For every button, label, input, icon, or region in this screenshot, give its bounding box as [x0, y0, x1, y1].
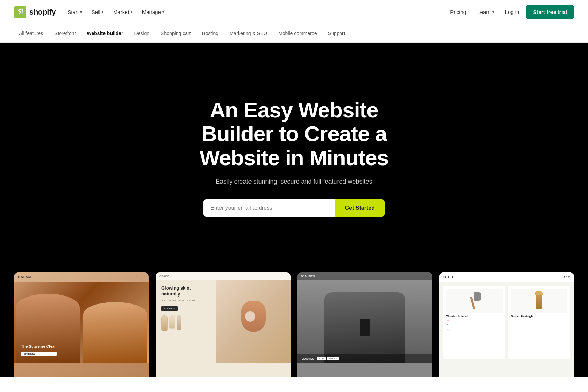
nav-item-sell[interactable]: Sell ▾: [87, 6, 108, 18]
hero-cta-group: Get Started: [203, 199, 385, 217]
subnav-all-features[interactable]: All features: [14, 29, 48, 38]
skin-content-left: Glowing skin, naturally Shop our most tr…: [156, 280, 216, 363]
hatchet-price: $6: [446, 323, 503, 326]
bag-shape: [360, 319, 370, 336]
fashion-image: [297, 280, 432, 363]
fashion-women-button[interactable]: WOMEN: [327, 357, 340, 360]
fashion-body: BEAUTIES MEN WOMEN: [297, 280, 432, 363]
clr-product-flashlight: Golden flashlight: [508, 286, 570, 359]
logo-link[interactable]: shopify: [14, 6, 56, 18]
hatchet-shape: [467, 292, 481, 310]
shopify-logo-icon: [14, 6, 26, 18]
clr-nav-links: A B C: [564, 276, 570, 278]
nav-left-group: shopify Start ▾ Sell ▾ Market ▾ Manage ▾: [14, 6, 168, 18]
subnav-support[interactable]: Support: [323, 29, 350, 38]
subnav-shopping-cart[interactable]: Shopping cart: [156, 29, 195, 38]
manage-chevron-icon: ▾: [162, 10, 164, 14]
email-input[interactable]: [203, 199, 335, 217]
product-bottle-2: [169, 315, 175, 329]
nav-menu-items: Start ▾ Sell ▾ Market ▾ Manage ▾: [63, 6, 168, 18]
flashlight-image: [511, 289, 567, 313]
showcase-card-darma: DARMA · · · · The Supreme Clean get it n…: [14, 272, 149, 377]
darma-header: DARMA · · · ·: [14, 272, 149, 282]
subnav-hosting[interactable]: Hosting: [197, 29, 223, 38]
face-placeholder: [238, 301, 269, 343]
hatchet-price-old: $10: [446, 319, 503, 322]
skin-face-image: [216, 280, 291, 363]
skin-body: Glowing skin, naturally Shop our most tr…: [156, 280, 291, 363]
subnav-design[interactable]: Design: [130, 29, 155, 38]
subnav-storefront[interactable]: Storefront: [49, 29, 80, 38]
darma-nav-dots: · · · ·: [136, 275, 145, 279]
skin-shop-button[interactable]: Shop now: [161, 306, 178, 311]
top-navigation: shopify Start ▾ Sell ▾ Market ▾ Manage ▾…: [0, 0, 588, 24]
darma-body: The Supreme Clean get it now: [14, 282, 149, 363]
nav-pricing-link[interactable]: Pricing: [446, 6, 470, 18]
fashion-men-button[interactable]: MEN: [317, 357, 325, 360]
clr-brand-label: C·L·R: [443, 275, 455, 279]
skin-nav-links: · · ·: [283, 275, 287, 278]
hatchet-head: [474, 292, 481, 301]
skin-brand-label: GRACE: [159, 275, 169, 278]
flashlight-shape: [536, 293, 542, 309]
clr-product-hatchet: Wooden hatchet $10 $6 ☺: [443, 286, 505, 359]
skin-header: GRACE · · ·: [156, 272, 291, 280]
logo-text: shopify: [29, 8, 56, 17]
skin-products: [161, 315, 211, 331]
nav-item-start[interactable]: Start ▾: [63, 6, 86, 18]
get-started-button[interactable]: Get Started: [335, 199, 385, 217]
nav-right-group: Pricing Learn ▾ Log in Start free trial: [446, 5, 574, 19]
market-chevron-icon: ▾: [131, 10, 132, 14]
subnav-mobile-commerce[interactable]: Mobile commerce: [273, 29, 322, 38]
hero-section: An Easy Website Builder to Create a Webs…: [0, 43, 588, 259]
fashion-brand-label: BEAUTIES: [301, 275, 315, 278]
rating-icon: ☺: [446, 328, 503, 332]
darma-tagline: The Supreme Clean: [21, 344, 57, 349]
fashion-label: BEAUTIES: [302, 358, 314, 360]
hatchet-name: Wooden hatchet: [446, 315, 503, 318]
skin-subtitle: Shop our most trusted formulas: [161, 299, 211, 302]
start-free-trial-button[interactable]: Start free trial: [526, 5, 574, 19]
subnav-marketing-seo[interactable]: Marketing & SEO: [225, 29, 272, 38]
darma-cta-button[interactable]: get it now: [21, 352, 57, 356]
fashion-bottom-bar: BEAUTIES MEN WOMEN: [297, 354, 432, 363]
clr-header: C·L·R A B C: [439, 272, 574, 282]
fashion-figure: [324, 292, 405, 363]
sell-chevron-icon: ▾: [102, 10, 103, 14]
learn-chevron-icon: ▾: [492, 10, 494, 14]
start-chevron-icon: ▾: [80, 10, 82, 14]
subnav-website-builder[interactable]: Website builder: [82, 29, 128, 38]
darma-overlay: The Supreme Clean get it now: [21, 344, 57, 356]
darma-brand-label: DARMA: [18, 275, 32, 279]
hero-subtitle: Easily create stunning, secure and full …: [216, 178, 372, 185]
showcase-card-fashion: BEAUTIES · · · BEAUTIES MEN WOMEN: [297, 272, 432, 377]
cream-application: [245, 311, 255, 322]
nav-item-manage[interactable]: Manage ▾: [138, 6, 168, 18]
showcase-card-skin: GRACE · · · Glowing skin, naturally Shop…: [156, 272, 291, 377]
fashion-header: BEAUTIES · · ·: [297, 272, 432, 280]
nav-item-market[interactable]: Market ▾: [109, 6, 137, 18]
showcase-card-clr: C·L·R A B C Wooden hatchet $10 $6 ☺: [439, 272, 574, 377]
nav-login-link[interactable]: Log in: [501, 6, 524, 18]
skin-image-right: [216, 280, 291, 363]
nav-learn-link[interactable]: Learn ▾: [473, 6, 498, 18]
product-bottle-3: [177, 315, 181, 330]
skin-tagline: Glowing skin, naturally: [161, 285, 211, 297]
flashlight-name: Golden flashlight: [511, 315, 567, 318]
hatchet-image: [446, 289, 503, 313]
fashion-nav: · · ·: [425, 275, 429, 278]
sub-navigation: All features Storefront Website builder …: [0, 24, 588, 43]
fashion-gender-buttons: MEN WOMEN: [317, 357, 339, 360]
product-bottle-1: [161, 315, 168, 331]
clr-body: Wooden hatchet $10 $6 ☺ Golden flashligh…: [439, 282, 574, 363]
hero-title: An Easy Website Builder to Create a Webs…: [172, 98, 416, 170]
showcase-section: DARMA · · · · The Supreme Clean get it n…: [0, 259, 588, 377]
